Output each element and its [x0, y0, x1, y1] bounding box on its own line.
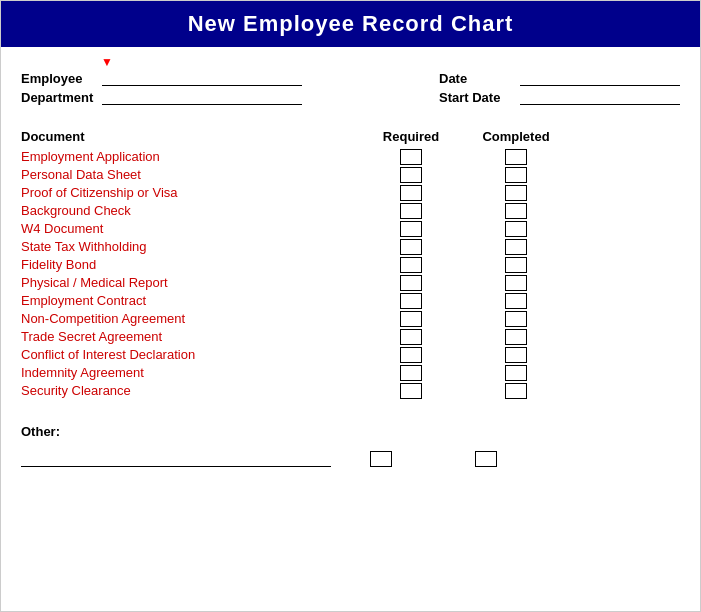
doc-name-3: Background Check	[21, 202, 361, 219]
doc-name-9: Non-Competition Agreement	[21, 310, 361, 327]
table-row: W4 Document	[21, 220, 680, 237]
date-input[interactable]	[520, 72, 680, 86]
employee-right: Date Start Date	[439, 71, 680, 105]
required-cell-6	[361, 257, 461, 273]
required-cell-3	[361, 203, 461, 219]
required-checkbox-0[interactable]	[400, 149, 422, 165]
completed-checkbox-8[interactable]	[505, 293, 527, 309]
date-field-row: Date	[439, 71, 680, 86]
col-completed-header: Completed	[461, 129, 571, 144]
completed-cell-11	[461, 347, 571, 363]
completed-checkbox-4[interactable]	[505, 221, 527, 237]
doc-name-12: Indemnity Agreement	[21, 364, 361, 381]
completed-cell-6	[461, 257, 571, 273]
col-required-header: Required	[361, 129, 461, 144]
completed-cell-10	[461, 329, 571, 345]
page-title: New Employee Record Chart	[1, 1, 700, 47]
required-cell-11	[361, 347, 461, 363]
completed-cell-1	[461, 167, 571, 183]
required-checkbox-7[interactable]	[400, 275, 422, 291]
employee-section: Employee Department Date Start Date	[21, 71, 680, 105]
required-checkbox-4[interactable]	[400, 221, 422, 237]
required-checkbox-9[interactable]	[400, 311, 422, 327]
form-area: ▼ Employee Department Date Start Date	[1, 47, 700, 119]
table-row: Trade Secret Agreement	[21, 328, 680, 345]
doc-name-1: Personal Data Sheet	[21, 166, 361, 183]
employee-input[interactable]	[102, 72, 302, 86]
required-checkbox-8[interactable]	[400, 293, 422, 309]
other-section: Other:	[1, 410, 700, 477]
other-label: Other:	[21, 424, 680, 439]
required-checkbox-5[interactable]	[400, 239, 422, 255]
doc-name-4: W4 Document	[21, 220, 361, 237]
startdate-input[interactable]	[520, 91, 680, 105]
required-checkbox-2[interactable]	[400, 185, 422, 201]
required-cell-10	[361, 329, 461, 345]
doc-name-8: Employment Contract	[21, 292, 361, 309]
department-label: Department	[21, 90, 96, 105]
completed-checkbox-5[interactable]	[505, 239, 527, 255]
completed-checkbox-9[interactable]	[505, 311, 527, 327]
document-table: Document Required Completed Employment A…	[21, 129, 680, 399]
doc-name-6: Fidelity Bond	[21, 256, 361, 273]
completed-cell-13	[461, 383, 571, 399]
page-wrapper: New Employee Record Chart ▼ Employee Dep…	[0, 0, 701, 612]
table-row: Physical / Medical Report	[21, 274, 680, 291]
required-checkbox-10[interactable]	[400, 329, 422, 345]
doc-name-2: Proof of Citizenship or Visa	[21, 184, 361, 201]
required-checkbox-12[interactable]	[400, 365, 422, 381]
completed-checkbox-1[interactable]	[505, 167, 527, 183]
table-row: Background Check	[21, 202, 680, 219]
red-arrow-indicator: ▼	[101, 55, 680, 69]
required-cell-8	[361, 293, 461, 309]
required-checkbox-13[interactable]	[400, 383, 422, 399]
table-row: Conflict of Interest Declaration	[21, 346, 680, 363]
required-cell-1	[361, 167, 461, 183]
col-document-header: Document	[21, 129, 361, 144]
table-row: Employment Contract	[21, 292, 680, 309]
employee-field-row: Employee	[21, 71, 302, 86]
doc-name-5: State Tax Withholding	[21, 238, 361, 255]
completed-checkbox-12[interactable]	[505, 365, 527, 381]
completed-cell-8	[461, 293, 571, 309]
completed-checkbox-11[interactable]	[505, 347, 527, 363]
required-checkbox-3[interactable]	[400, 203, 422, 219]
employee-left: Employee Department	[21, 71, 302, 105]
table-row: Non-Competition Agreement	[21, 310, 680, 327]
other-input-line[interactable]	[21, 453, 331, 467]
required-checkbox-1[interactable]	[400, 167, 422, 183]
completed-cell-7	[461, 275, 571, 291]
completed-checkbox-2[interactable]	[505, 185, 527, 201]
completed-checkbox-3[interactable]	[505, 203, 527, 219]
title-text: New Employee Record Chart	[188, 11, 514, 36]
startdate-field-row: Start Date	[439, 90, 680, 105]
table-row: Proof of Citizenship or Visa	[21, 184, 680, 201]
required-cell-12	[361, 365, 461, 381]
table-row: Personal Data Sheet	[21, 166, 680, 183]
required-cell-5	[361, 239, 461, 255]
required-checkbox-11[interactable]	[400, 347, 422, 363]
table-row: Employment Application	[21, 148, 680, 165]
doc-name-10: Trade Secret Agreement	[21, 328, 361, 345]
completed-checkbox-10[interactable]	[505, 329, 527, 345]
completed-checkbox-13[interactable]	[505, 383, 527, 399]
other-completed-checkbox[interactable]	[475, 451, 497, 467]
completed-checkbox-0[interactable]	[505, 149, 527, 165]
completed-checkbox-7[interactable]	[505, 275, 527, 291]
other-required-checkbox[interactable]	[370, 451, 392, 467]
doc-rows-container: Employment ApplicationPersonal Data Shee…	[21, 148, 680, 399]
date-label: Date	[439, 71, 514, 86]
table-header-row: Document Required Completed	[21, 129, 680, 144]
completed-checkbox-6[interactable]	[505, 257, 527, 273]
required-cell-4	[361, 221, 461, 237]
doc-name-11: Conflict of Interest Declaration	[21, 346, 361, 363]
completed-cell-5	[461, 239, 571, 255]
completed-cell-4	[461, 221, 571, 237]
main-content: Document Required Completed Employment A…	[1, 119, 700, 410]
completed-cell-0	[461, 149, 571, 165]
required-checkbox-6[interactable]	[400, 257, 422, 273]
completed-cell-2	[461, 185, 571, 201]
department-input[interactable]	[102, 91, 302, 105]
required-cell-0	[361, 149, 461, 165]
startdate-label: Start Date	[439, 90, 514, 105]
